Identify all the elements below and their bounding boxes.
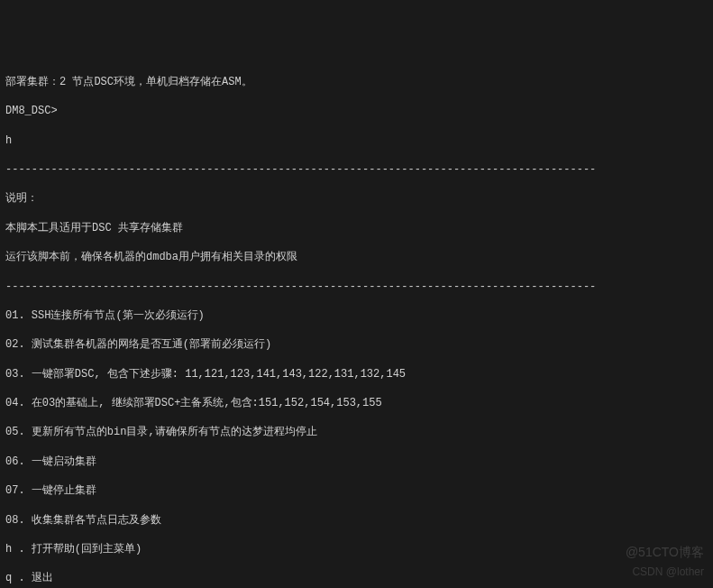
menu-item-help: h . 打开帮助(回到主菜单) (5, 542, 708, 556)
menu-item: 04. 在03的基础上, 继续部署DSC+主备系统,包含:151,152,154… (5, 396, 708, 410)
header-line: 部署集群：2 节点DSC环境，单机归档存储在ASM。 (5, 75, 708, 89)
desc-title: 说明： (5, 191, 708, 206)
desc-line: 本脚本工具适用于DSC 共享存储集群 (5, 221, 708, 235)
menu-item: 01. SSH连接所有节点(第一次必须运行) (5, 308, 708, 323)
menu-item: 08. 收集集群各节点日志及参数 (5, 513, 708, 528)
watermark-51cto: @51CTO博客 (626, 544, 704, 561)
menu-item: 07. 一键停止集群 (5, 483, 708, 498)
menu-item: 06. 一键启动集群 (5, 455, 708, 469)
menu-item: 03. 一键部署DSC, 包含下述步骤: 11,121,123,141,143,… (5, 367, 708, 381)
menu-item: 05. 更新所有节点的bin目录,请确保所有节点的达梦进程均停止 (5, 425, 708, 439)
divider: ----------------------------------------… (5, 280, 708, 294)
terminal-output: 部署集群：2 节点DSC环境，单机归档存储在ASM。 DM8_DSC> h --… (5, 60, 708, 588)
shell-prompt[interactable]: DM8_DSC> (5, 104, 708, 118)
watermark-csdn: CSDN @lother (632, 565, 704, 579)
divider: ----------------------------------------… (5, 162, 708, 177)
menu-item-quit: q . 退出 (5, 571, 708, 585)
desc-line: 运行该脚本前，确保各机器的dmdba用户拥有相关目录的权限 (5, 250, 708, 264)
user-input: h (5, 133, 708, 148)
menu-item: 02. 测试集群各机器的网络是否互通(部署前必须运行) (5, 337, 708, 352)
